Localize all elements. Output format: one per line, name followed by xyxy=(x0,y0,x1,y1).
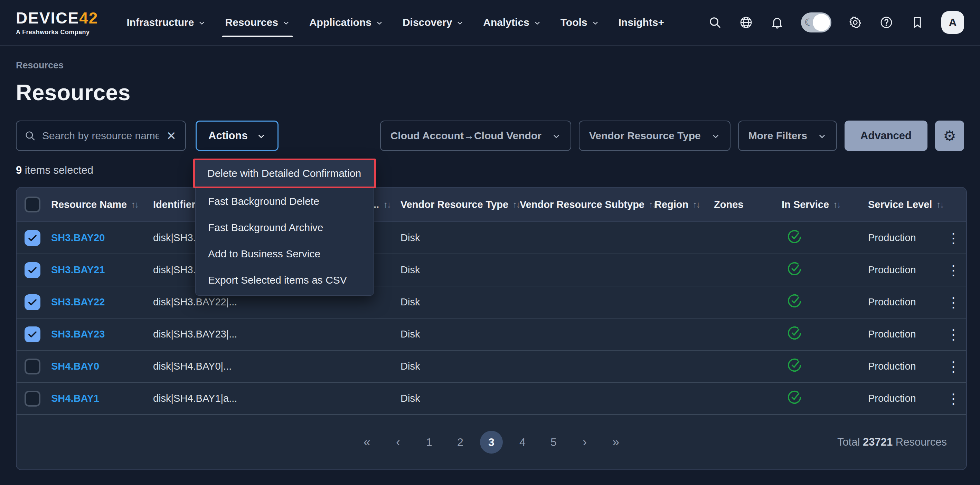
vendor-resource-type-cell: Disk xyxy=(398,329,517,340)
highlighted-menu-item-annotation: Delete with Detailed Confirmation xyxy=(193,159,376,188)
actions-dropdown-button[interactable]: Actions xyxy=(196,121,278,151)
row-checkbox[interactable] xyxy=(24,262,40,278)
column-header-zones[interactable]: Zones xyxy=(711,199,779,210)
globe-icon[interactable] xyxy=(739,15,753,30)
resource-name-link[interactable]: SH3.BAY20 xyxy=(48,232,150,243)
nav-item-discovery[interactable]: Discovery xyxy=(394,0,472,45)
search-box[interactable]: ✕ xyxy=(16,121,186,151)
user-avatar[interactable]: A xyxy=(941,11,964,34)
filter-label: More Filters xyxy=(748,130,807,142)
column-header-truncated[interactable]: ..↑↓ xyxy=(371,199,398,210)
table-row: SH3.BAY22 disk|SH3.BAY22|... Disk Produc… xyxy=(17,286,966,318)
search-icon xyxy=(24,130,36,142)
page-button-3-active[interactable]: 3 xyxy=(480,431,503,453)
chevron-down-icon xyxy=(282,19,290,27)
vendor-resource-type-cell: Disk xyxy=(398,393,517,404)
nav-item-resources[interactable]: Resources xyxy=(217,0,298,45)
device42-logo[interactable]: DEVICE42 A Freshworks Company xyxy=(16,10,98,35)
chevron-down-icon xyxy=(456,19,464,27)
page-button-2[interactable]: 2 xyxy=(449,431,472,453)
nav-item-analytics[interactable]: Analytics xyxy=(475,0,549,45)
last-page-button[interactable]: » xyxy=(605,431,627,453)
resource-name-link[interactable]: SH3.BAY23 xyxy=(48,329,150,340)
search-icon[interactable] xyxy=(708,15,722,30)
table-footer: « ‹ 1 2 3 4 5 › » Total 23721 Resources xyxy=(17,415,966,469)
moon-icon: ☾ xyxy=(805,17,813,28)
actions-label: Actions xyxy=(208,130,248,142)
row-menu-kebab-icon[interactable]: ⋮ xyxy=(944,231,966,245)
row-menu-kebab-icon[interactable]: ⋮ xyxy=(944,392,966,405)
filter-cloud-account-vendor[interactable]: Cloud Account→Cloud Vendor xyxy=(380,121,571,151)
bookmark-icon[interactable] xyxy=(910,15,925,30)
column-header-in-service[interactable]: In Service↑↓ xyxy=(779,199,865,210)
service-level-cell: Production xyxy=(865,232,944,243)
sort-icon[interactable]: ↑↓ xyxy=(131,199,138,210)
filter-vendor-resource-type[interactable]: Vendor Resource Type xyxy=(579,121,730,151)
vendor-resource-type-cell: Disk xyxy=(398,264,517,276)
settings-gear-icon[interactable] xyxy=(848,15,862,30)
page-button-1[interactable]: 1 xyxy=(418,431,441,453)
logo-text-white: DEVICE xyxy=(16,9,79,27)
nav-item-infrastructure[interactable]: Infrastructure xyxy=(118,0,214,45)
row-checkbox[interactable] xyxy=(24,391,40,407)
row-menu-kebab-icon[interactable]: ⋮ xyxy=(944,328,966,341)
next-page-button[interactable]: › xyxy=(573,431,596,453)
nav-item-applications[interactable]: Applications xyxy=(301,0,391,45)
identifier-cell: disk|SH3.BAY23|... xyxy=(150,329,371,340)
breadcrumb[interactable]: Resources xyxy=(16,60,964,71)
identifier-cell: disk|SH4.BAY0|... xyxy=(150,361,371,372)
vendor-resource-type-cell: Disk xyxy=(398,296,517,308)
in-service-check-icon xyxy=(786,325,802,341)
resource-name-link[interactable]: SH4.BAY1 xyxy=(48,393,150,404)
column-header-region[interactable]: Region↑↓ xyxy=(652,199,711,210)
sort-icon[interactable]: ↑↓ xyxy=(692,199,699,210)
in-service-check-icon xyxy=(786,261,802,277)
row-checkbox[interactable] xyxy=(24,230,40,246)
pagination: « ‹ 1 2 3 4 5 › » xyxy=(356,431,627,453)
column-header-vendor-resource-type[interactable]: Vendor Resource Type↑↓ xyxy=(398,199,517,210)
search-input[interactable] xyxy=(42,130,159,142)
theme-toggle[interactable]: ☾ xyxy=(801,13,831,32)
more-filters-button[interactable]: More Filters xyxy=(738,121,837,151)
clear-search-icon[interactable]: ✕ xyxy=(165,129,178,143)
menu-item-fast-background-archive[interactable]: Fast Background Archive xyxy=(196,215,374,241)
page-button-5[interactable]: 5 xyxy=(542,431,565,453)
menu-item-fast-background-delete[interactable]: Fast Background Delete xyxy=(196,188,374,215)
chevron-down-icon xyxy=(711,132,720,141)
menu-item-add-to-business-service[interactable]: Add to Business Service xyxy=(196,241,374,267)
nav-label: Applications xyxy=(309,17,371,28)
first-page-button[interactable]: « xyxy=(356,431,379,453)
row-menu-kebab-icon[interactable]: ⋮ xyxy=(944,263,966,277)
nav-item-insights[interactable]: Insights+ xyxy=(610,0,673,45)
prev-page-button[interactable]: ‹ xyxy=(387,431,409,453)
resource-name-link[interactable]: SH4.BAY0 xyxy=(48,361,150,372)
help-icon[interactable] xyxy=(879,15,894,30)
row-menu-kebab-icon[interactable]: ⋮ xyxy=(944,295,966,309)
chevron-down-icon xyxy=(375,19,383,27)
row-checkbox[interactable] xyxy=(24,359,40,374)
selection-text: items selected xyxy=(22,164,93,176)
sort-icon[interactable]: ↑↓ xyxy=(833,199,840,210)
resources-table: Resource Name↑↓ Identifier ..↑↓ Vendor R… xyxy=(16,187,967,470)
table-settings-gear-button[interactable]: ⚙ xyxy=(935,121,964,151)
in-service-check-icon xyxy=(786,389,802,405)
row-checkbox[interactable] xyxy=(24,326,40,342)
notifications-bell-icon[interactable] xyxy=(770,15,784,30)
sort-icon[interactable]: ↑↓ xyxy=(936,199,943,210)
sort-icon[interactable]: ↑↓ xyxy=(383,199,390,210)
column-header-vendor-resource-subtype[interactable]: Vendor Resource Subtype↑↓ xyxy=(517,199,652,210)
column-header-resource-name[interactable]: Resource Name↑↓ xyxy=(48,199,150,210)
resource-name-link[interactable]: SH3.BAY21 xyxy=(48,264,150,276)
main-content: Resources Resources ✕ Actions Cloud Acco… xyxy=(0,60,980,470)
advanced-button[interactable]: Advanced xyxy=(845,121,928,151)
resource-name-link[interactable]: SH3.BAY22 xyxy=(48,296,150,308)
column-header-service-level[interactable]: Service Level↑↓ xyxy=(865,199,944,210)
menu-item-delete-with-detailed-confirmation[interactable]: Delete with Detailed Confirmation xyxy=(195,160,374,186)
row-checkbox[interactable] xyxy=(24,294,40,310)
select-all-checkbox[interactable] xyxy=(24,197,40,212)
nav-item-tools[interactable]: Tools xyxy=(552,0,608,45)
menu-item-export-selected-csv[interactable]: Export Selected items as CSV xyxy=(196,267,374,293)
page-button-4[interactable]: 4 xyxy=(511,431,534,453)
identifier-cell: disk|SH4.BAY1|a... xyxy=(150,393,371,404)
row-menu-kebab-icon[interactable]: ⋮ xyxy=(944,359,966,374)
